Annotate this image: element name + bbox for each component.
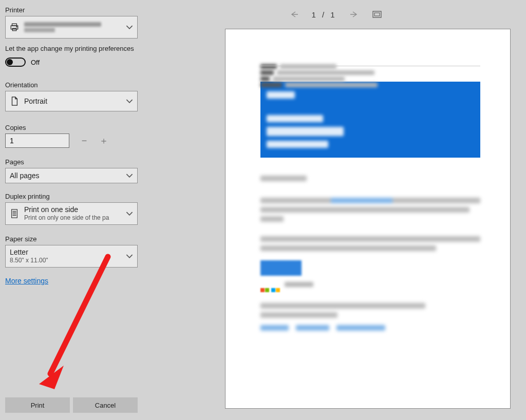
app-prefs-toggle[interactable]	[5, 58, 26, 67]
svg-rect-2	[12, 28, 16, 31]
copies-label: Copies	[5, 124, 138, 131]
fit-page-button[interactable]	[372, 9, 382, 20]
chevron-down-icon	[126, 24, 133, 31]
copies-decrement-button[interactable]: −	[80, 136, 89, 145]
chevron-down-icon	[126, 210, 133, 217]
pages-dropdown[interactable]: All pages	[5, 168, 138, 183]
duplex-label: Duplex printing	[5, 193, 138, 200]
print-button[interactable]: Print	[5, 397, 70, 413]
printer-name-blurred	[24, 21, 101, 33]
more-settings-link[interactable]: More settings	[5, 277, 138, 285]
duplex-value: Print on one side	[24, 205, 109, 214]
next-page-button[interactable]	[349, 9, 360, 20]
print-settings-panel: Printer Let the app change my printing p…	[0, 0, 145, 420]
printer-icon	[10, 23, 19, 32]
pages-label: Pages	[5, 158, 138, 166]
paper-size-dropdown[interactable]: Letter 8.50" x 11.00"	[5, 245, 138, 268]
chevron-down-icon	[126, 98, 133, 105]
portrait-page-icon	[10, 97, 19, 106]
orientation-value: Portrait	[24, 97, 47, 105]
duplex-dropdown[interactable]: Print on one side Print on only one side…	[5, 202, 138, 225]
orientation-label: Orientation	[5, 81, 138, 89]
duplex-icon	[10, 209, 19, 218]
copies-increment-button[interactable]: ＋	[99, 136, 108, 145]
svg-rect-10	[374, 13, 380, 16]
copies-input[interactable]	[5, 133, 69, 148]
svg-rect-4	[12, 209, 17, 218]
page-preview	[225, 29, 511, 409]
printer-label: Printer	[5, 6, 138, 14]
duplex-subtext: Print on only one side of the pa	[24, 214, 109, 221]
svg-point-3	[16, 27, 17, 27]
paper-size-subtext: 8.50" x 11.00"	[10, 257, 48, 264]
pages-value: All pages	[10, 171, 40, 180]
chevron-down-icon	[126, 253, 133, 260]
printer-dropdown[interactable]	[5, 16, 138, 39]
prev-page-button[interactable]	[289, 9, 299, 20]
email-cta-button-preview	[260, 260, 302, 276]
page-counter: 1 / 1	[311, 10, 336, 19]
orientation-dropdown[interactable]: Portrait	[5, 91, 138, 111]
app-prefs-state: Off	[31, 59, 40, 66]
paper-size-label: Paper size	[5, 235, 138, 243]
cancel-button[interactable]: Cancel	[73, 397, 138, 413]
print-preview-area: 1 / 1	[145, 0, 526, 420]
preview-toolbar: 1 / 1	[145, 9, 526, 20]
app-prefs-label: Let the app change my printing preferenc…	[5, 45, 138, 52]
email-hero-banner	[260, 82, 480, 158]
microsoft-logo-icon	[260, 288, 269, 292]
paper-size-value: Letter	[10, 248, 48, 257]
chevron-down-icon	[126, 172, 133, 179]
